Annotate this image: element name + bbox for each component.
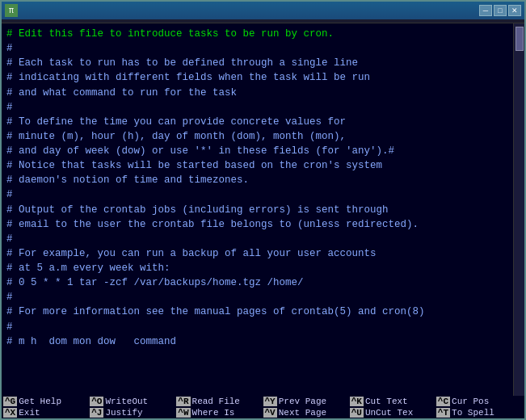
footer-label: To Spell — [450, 408, 494, 418]
footer-key[interactable]: ^R — [176, 397, 190, 406]
editor-line: # — [6, 100, 508, 115]
editor-content: # Edit this file to introduce tasks to b… — [2, 23, 513, 396]
footer-label: Read File — [191, 397, 240, 406]
editor-area: # Edit this file to introduce tasks to b… — [2, 23, 524, 396]
footer-item: ^R Read File — [176, 397, 263, 406]
scrollbar-thumb[interactable] — [515, 27, 524, 51]
footer-key[interactable]: ^Y — [263, 397, 277, 406]
footer-label: Get Help — [17, 397, 61, 406]
editor-line: # For more information see the manual pa… — [6, 304, 508, 319]
footer-item: ^O WriteOut — [90, 397, 176, 406]
footer-label: UnCut Tex — [364, 408, 413, 418]
editor-line: # Output of the crontab jobs (including … — [6, 203, 508, 217]
editor-line: # email to the user the crontab file bel… — [6, 217, 508, 232]
footer-item: ^K Cut Text — [350, 397, 436, 406]
editor-line: # 0 5 * * 1 tar -zcf /var/backups/home.t… — [6, 275, 508, 290]
editor-line: # Edit this file to introduce tasks to b… — [6, 27, 508, 41]
footer-item: ^W Where Is — [176, 408, 263, 418]
footer-row: ^G Get Help^O WriteOut^R Read File^Y Pre… — [2, 396, 524, 407]
footer-item: ^J Justify — [90, 408, 176, 418]
footer-label: Next Page — [277, 408, 326, 418]
footer-item: ^G Get Help — [3, 397, 90, 406]
editor-line: # Notice that tasks will be started base… — [6, 158, 508, 173]
scrollbar[interactable] — [513, 23, 524, 396]
close-button[interactable]: ✕ — [508, 5, 521, 16]
footer-item: ^T To Spell — [436, 408, 523, 418]
footer-key[interactable]: ^J — [90, 408, 103, 418]
footer-key[interactable]: ^X — [3, 408, 17, 418]
footer-label: WriteOut — [103, 397, 148, 406]
editor-line: # m h dom mon dow command — [6, 334, 508, 349]
editor-line: # at 5 a.m every week with: — [6, 261, 508, 275]
footer-item: ^Y Prev Page — [263, 397, 350, 406]
editor-line: # — [6, 290, 508, 304]
terminal-icon: π — [5, 4, 18, 17]
editor-line: # To define the time you can provide con… — [6, 115, 508, 129]
footer-label: Justify — [103, 408, 142, 418]
footer-key[interactable]: ^V — [263, 408, 277, 418]
title-bar: π ─ □ ✕ — [2, 2, 524, 19]
minimize-button[interactable]: ─ — [479, 5, 492, 16]
editor-line: # — [6, 187, 508, 202]
footer-item: ^C Cur Pos — [436, 397, 523, 406]
footer-item: ^X Exit — [3, 408, 90, 418]
editor-line: # Each task to run has to be defined thr… — [6, 56, 508, 70]
editor-line: # minute (m), hour (h), day of month (do… — [6, 129, 508, 144]
title-bar-buttons: ─ □ ✕ — [479, 5, 521, 16]
footer-item: ^U UnCut Tex — [350, 408, 436, 418]
editor-line: # indicating with different fields when … — [6, 70, 508, 85]
editor-line: # For example, you can run a backup of a… — [6, 246, 508, 261]
editor-line: # — [6, 232, 508, 246]
maximize-button[interactable]: □ — [494, 5, 507, 16]
footer-label: Prev Page — [277, 397, 326, 406]
editor-line: # — [6, 320, 508, 334]
footer-key[interactable]: ^G — [3, 397, 17, 406]
footer-item: ^V Next Page — [263, 408, 350, 418]
footer-key[interactable]: ^W — [176, 408, 190, 418]
window: π ─ □ ✕ # Edit this file to introduce ta… — [0, 0, 526, 420]
footer: ^G Get Help^O WriteOut^R Read File^Y Pre… — [2, 396, 524, 418]
footer-key[interactable]: ^K — [350, 397, 364, 406]
editor-line: # — [6, 41, 508, 56]
editor-line: # and what command to run for the task — [6, 86, 508, 100]
editor-line: # and day of week (dow) or use '*' in th… — [6, 144, 508, 158]
footer-key[interactable]: ^U — [350, 408, 364, 418]
footer-label: Where Is — [191, 408, 235, 418]
editor-line: # daemon's notion of time and timezones. — [6, 173, 508, 187]
footer-label: Exit — [17, 408, 40, 418]
title-bar-left: π — [5, 4, 21, 17]
footer-key[interactable]: ^T — [436, 408, 450, 418]
footer-row: ^X Exit^J Justify^W Where Is^V Next Page… — [2, 407, 524, 418]
footer-key[interactable]: ^O — [90, 397, 103, 406]
footer-label: Cur Pos — [450, 397, 489, 406]
footer-key[interactable]: ^C — [436, 397, 450, 406]
footer-label: Cut Text — [364, 397, 408, 406]
